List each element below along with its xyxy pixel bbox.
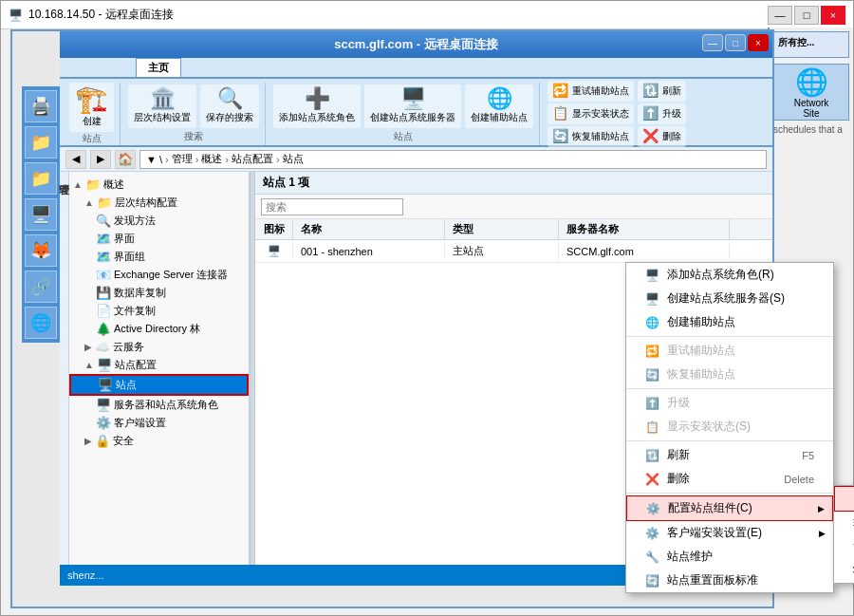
ribbon-add-role-btn[interactable]: ➕ 添加站点系统角色 (273, 84, 361, 128)
tab-home[interactable]: 主页 (136, 58, 181, 77)
ctx-restore-icon: 🔄 (645, 368, 659, 382)
ribbon-hierarchy-btn[interactable]: 🏛️ 层次结构设置 (128, 84, 196, 128)
ctx-upgrade-icon: ⬆️ (645, 397, 659, 410)
nav-sep1: › (165, 154, 169, 165)
boundary-group-icon: 🗺️ (96, 250, 111, 264)
nav-back-btn[interactable]: ◀ (65, 150, 86, 169)
ribbon-refresh-btn[interactable]: 🔃 刷新 (638, 81, 686, 102)
ctx-add-role-label: 添加站点系统角色(R) (667, 267, 774, 283)
inner-maximize-btn[interactable]: □ (725, 34, 746, 51)
ribbon-create-buttons: 🏗️ 创建 (69, 83, 114, 132)
row-name: 001 - shenzhen (293, 244, 445, 259)
ql-print[interactable]: 🖨️ (25, 90, 57, 122)
boundary-label: 界面 (114, 232, 135, 246)
management-section-label: 管理 (60, 172, 69, 565)
sidebar-item-hierarchy[interactable]: ▲ 📁 层次结构配置 (69, 194, 249, 212)
outer-maximize-btn[interactable]: □ (794, 6, 819, 25)
inner-close-btn[interactable]: × (748, 34, 769, 51)
ctx-client-install[interactable]: ⚙️ 客户端安装设置(E) (626, 521, 833, 545)
ribbon-saved-search-btn[interactable]: 🔍 保存的搜索 (200, 84, 259, 128)
network-icon-area[interactable]: 🌐 Network Site (773, 64, 849, 121)
sidebar-item-boundary-group[interactable]: 🗺️ 界面组 (69, 248, 249, 266)
ctx-show-install[interactable]: 📋 显示安装状态(S) (626, 415, 833, 439)
sidebar-item-sites[interactable]: 🖥️ 站点 (69, 374, 249, 396)
ctx-create-server-icon: 🖥️ (645, 292, 659, 306)
sidebar-item-db-replication[interactable]: 💾 数据库复制 (69, 284, 249, 302)
boundary-group-label: 界面组 (114, 250, 145, 264)
outer-window-icon: 🖥️ (9, 9, 23, 22)
ql-folder1[interactable]: 📁 (25, 126, 57, 159)
ctx-retry-secondary[interactable]: 🔁 重试辅助站点 (626, 339, 833, 363)
nav-forward-btn[interactable]: ▶ (90, 150, 111, 169)
ribbon-add-buttons: ➕ 添加站点系统角色 🖥️ 创建站点系统服务器 🌐 创建辅助站点 (273, 83, 533, 130)
sidebar-item-boundary[interactable]: 🗺️ 界面 (69, 230, 249, 248)
ctx-client-install-label: 客户端安装设置(E) (667, 525, 762, 541)
ctx-add-role[interactable]: 🖥️ 添加站点系统角色(R) (626, 263, 833, 287)
ctx-site-reset[interactable]: 🔄 站点重置面板标准 (626, 569, 833, 592)
ctx-delete[interactable]: ❌ 删除 Delete (626, 467, 833, 491)
ctx-create-secondary[interactable]: 🌐 创建辅助站点 (626, 310, 833, 334)
show-install-icon: 📋 (552, 106, 568, 120)
client-settings-icon: ⚙️ (96, 416, 111, 430)
ctx-site-maintenance[interactable]: 🔧 站点维护 (626, 545, 833, 569)
ctx-show-install-icon: 📋 (645, 420, 659, 434)
sub-item-status-report[interactable]: 状态报告(R) (834, 559, 854, 583)
sidebar-item-site-config[interactable]: ▲ 🖥️ 站点配置 (69, 356, 249, 374)
right-panel-description: schedules that a (773, 124, 849, 135)
ctx-site-reset-label: 站点重置面板标准 (667, 572, 758, 588)
sidebar-item-client-settings[interactable]: ⚙️ 客户端设置 (69, 414, 249, 432)
ctx-refresh-icon: 🔃 (645, 449, 659, 462)
ctx-refresh-shortcut: F5 (802, 450, 814, 461)
ribbon-upgrade-btn[interactable]: ⬆️ 升级 (638, 103, 686, 124)
ctx-configure-icon: ⚙️ (646, 502, 660, 515)
sites-icon: 🖥️ (98, 378, 113, 392)
ribbon-show-install-btn[interactable]: 📋 显示安装状态 (548, 103, 634, 124)
ql-web[interactable]: 🌐 (25, 307, 57, 339)
ctx-refresh[interactable]: 🔃 刷新 F5 (626, 443, 833, 467)
inner-minimize-btn[interactable]: — (702, 34, 723, 51)
sidebar-item-exchange[interactable]: 📧 Exchange Server 连接器 (69, 266, 249, 284)
hierarchy-folder-icon: 📁 (97, 196, 112, 210)
ctx-configure-site-component[interactable]: ⚙️ 配置站点组件(C) (626, 495, 833, 521)
sub-item-software-dist[interactable]: 软件分发(D) (834, 486, 854, 512)
ribbon-group3-label: 站点 (273, 130, 533, 145)
nav-home-icon[interactable]: 🏠 (115, 150, 136, 169)
sidebar-item-security[interactable]: ▶ 🔒 安全 (69, 432, 249, 450)
outer-minimize-btn[interactable]: — (768, 6, 792, 25)
search-input[interactable] (261, 198, 403, 215)
restore-secondary-label: 恢复辅助站点 (572, 130, 629, 143)
db-label: 数据库复制 (114, 286, 166, 300)
sidebar-item-cloud[interactable]: ▶ ☁️ 云服务 (69, 338, 249, 356)
hierarchy-icon: 🏛️ (150, 88, 176, 109)
ctx-restore-label: 恢复辅助站点 (667, 366, 735, 383)
sidebar-item-ad-forest[interactable]: 🌲 Active Directory 林 (69, 320, 249, 338)
sidebar-item-discovery[interactable]: 🔍 发现方法 (69, 212, 249, 230)
ribbon-create-btn[interactable]: 🏗️ 创建 (69, 83, 114, 132)
ribbon-restore-secondary-btn[interactable]: 🔄 恢复辅助站点 (548, 126, 634, 147)
ribbon-create-server-btn[interactable]: 🖥️ 创建站点系统服务器 (364, 84, 461, 128)
sidebar-item-overview[interactable]: ▲ 📁 概述 (69, 176, 249, 194)
ql-monitor[interactable]: 🖥️ (25, 198, 57, 231)
ql-link[interactable]: 🔗 (25, 271, 57, 303)
sidebar-item-servers[interactable]: 🖥️ 服务器和站点系统角色 (69, 396, 249, 414)
discovery-label: 发现方法 (114, 214, 156, 228)
ribbon-retry-secondary-btn[interactable]: 🔁 重试辅助站点 (548, 81, 634, 102)
ctx-restore-secondary[interactable]: 🔄 恢复辅助站点 (626, 363, 833, 386)
table-row[interactable]: 🖥️ 001 - shenzhen 主站点 SCCM.glf.com (255, 240, 772, 263)
nav-bar: ◀ ▶ 🏠 ▼ \ › 管理 › 概述 › 站点配置 › 站点 (60, 147, 772, 172)
ctx-upgrade[interactable]: ⬆️ 升级 (626, 391, 833, 415)
outer-close-btn[interactable]: × (821, 6, 845, 25)
sub-context-menu: 软件分发(D) 软件更新点(U) 管理点(P) 状态报告(R) (833, 485, 854, 584)
sidebar-item-file-replication[interactable]: 📄 文件复制 (69, 302, 249, 320)
ctx-create-server[interactable]: 🖥️ 创建站点系统服务器(S) (626, 287, 833, 310)
tab-bar: 主页 (60, 58, 772, 79)
ql-folder2[interactable]: 📁 (25, 162, 57, 195)
ctx-create-secondary-icon: 🌐 (645, 316, 659, 329)
ql-firefox[interactable]: 🦊 (25, 234, 57, 267)
ribbon-delete-btn[interactable]: ❌ 删除 (638, 126, 686, 147)
ribbon-create-secondary-btn[interactable]: 🌐 创建辅助站点 (465, 84, 533, 128)
outer-titlebar: 🖥️ 10.168.14.50 - 远程桌面连接 — □ × (1, 1, 853, 29)
exchange-label: Exchange Server 连接器 (114, 268, 228, 282)
sub-item-management-point[interactable]: 管理点(P) (834, 535, 854, 559)
sub-item-software-updates[interactable]: 软件更新点(U) (834, 512, 854, 535)
